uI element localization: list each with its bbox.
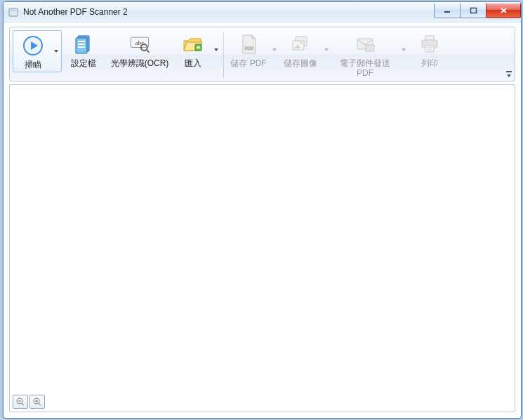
svg-rect-3	[470, 8, 476, 13]
toolbar-overflow-button[interactable]	[505, 70, 513, 79]
svg-rect-27	[425, 46, 434, 52]
images-icon	[288, 32, 313, 57]
save-image-label: 儲存圖像	[284, 58, 317, 68]
save-image-button: 儲存圖像	[279, 30, 322, 70]
import-button[interactable]: 匯入	[174, 30, 212, 70]
save-pdf-button-group: PDF 儲存 PDF	[227, 30, 279, 70]
svg-rect-1	[11, 10, 17, 11]
svg-rect-30	[506, 71, 512, 72]
svg-point-22	[300, 41, 302, 44]
svg-rect-8	[78, 41, 85, 42]
svg-rect-10	[78, 46, 85, 48]
print-label: 列印	[421, 58, 438, 68]
svg-rect-0	[9, 8, 18, 16]
svg-line-36	[39, 403, 41, 405]
chevron-down-icon	[324, 48, 329, 51]
close-button[interactable]	[486, 4, 521, 18]
save-pdf-button: PDF 儲存 PDF	[227, 30, 270, 70]
chevron-down-icon	[402, 48, 406, 51]
svg-rect-24	[366, 45, 374, 51]
scan-icon	[20, 33, 46, 58]
scan-dropdown[interactable]	[52, 32, 60, 71]
ocr-label: 光學辨識(OCR)	[111, 58, 169, 68]
import-label: 匯入	[185, 58, 201, 68]
zoom-in-button	[29, 395, 45, 409]
email-pdf-button: 電子郵件發送 PDF	[331, 30, 399, 79]
svg-text:PDF: PDF	[245, 46, 253, 51]
chevron-down-icon	[272, 48, 277, 51]
email-pdf-button-group: 電子郵件發送 PDF	[331, 30, 408, 79]
profiles-icon	[71, 32, 96, 57]
window-controls	[435, 4, 521, 18]
scan-button-group: 掃瞄	[13, 30, 62, 72]
scan-label: 掃瞄	[25, 60, 41, 70]
app-icon	[8, 6, 19, 18]
save-pdf-dropdown	[270, 30, 279, 70]
minimize-button[interactable]	[434, 4, 461, 18]
zoom-controls	[13, 395, 45, 409]
titlebar[interactable]: Not Another PDF Scanner 2	[4, 2, 521, 22]
scan-button[interactable]: 掃瞄	[14, 32, 52, 71]
window-title: Not Another PDF Scanner 2	[23, 7, 128, 17]
email-pdf-label: 電子郵件發送 PDF	[333, 58, 397, 78]
chevron-down-icon	[54, 50, 58, 53]
svg-rect-7	[76, 38, 87, 53]
save-image-dropdown	[322, 30, 331, 70]
pdf-icon: PDF	[236, 32, 261, 57]
svg-rect-9	[78, 44, 85, 45]
document-area[interactable]	[9, 84, 515, 412]
toolbar: 掃瞄 設定檔 abc	[9, 27, 515, 81]
email-icon	[352, 32, 378, 57]
import-button-group: 匯入	[174, 30, 220, 70]
svg-rect-2	[444, 11, 450, 13]
ocr-icon: abc	[127, 32, 152, 57]
save-image-button-group: 儲存圖像	[279, 30, 331, 70]
chevron-down-icon	[214, 48, 218, 51]
svg-line-14	[147, 50, 150, 53]
save-pdf-label: 儲存 PDF	[230, 58, 266, 68]
maximize-button[interactable]	[460, 4, 486, 18]
profiles-label: 設定檔	[71, 58, 96, 68]
zoom-out-button	[13, 395, 28, 409]
email-pdf-dropdown	[399, 30, 408, 70]
app-window: Not Another PDF Scanner 2	[3, 1, 522, 419]
import-icon	[180, 32, 206, 57]
profiles-button[interactable]: 設定檔	[62, 30, 105, 70]
svg-marker-31	[507, 74, 511, 77]
ocr-button[interactable]: abc 光學辨識(OCR)	[105, 30, 174, 70]
printer-icon	[417, 32, 442, 57]
svg-line-33	[22, 403, 24, 405]
toolbar-separator	[223, 32, 224, 78]
import-dropdown[interactable]	[212, 30, 220, 70]
print-button: 列印	[408, 30, 451, 70]
